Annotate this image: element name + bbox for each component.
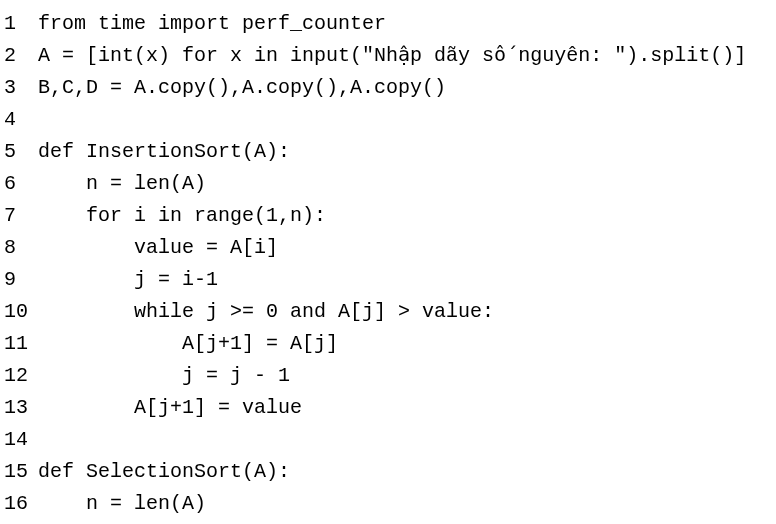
- code-line: 11 A[j+1] = A[j]: [4, 328, 772, 360]
- code-text: from time import perf_counter: [38, 8, 386, 40]
- code-text: n = len(A): [38, 488, 206, 520]
- code-text: j = i-1: [38, 264, 218, 296]
- code-text: A[j+1] = A[j]: [38, 328, 338, 360]
- code-text: def InsertionSort(A):: [38, 136, 290, 168]
- line-number: 10: [4, 296, 32, 328]
- code-editor: 1 from time import perf_counter 2 A = [i…: [4, 8, 772, 520]
- code-line: 10 while j >= 0 and A[j] > value:: [4, 296, 772, 328]
- code-line: 13 A[j+1] = value: [4, 392, 772, 424]
- line-number: 8: [4, 232, 32, 264]
- code-line: 9 j = i-1: [4, 264, 772, 296]
- line-number: 2: [4, 40, 32, 72]
- code-line: 3 B,C,D = A.copy(),A.copy(),A.copy(): [4, 72, 772, 104]
- line-number: 7: [4, 200, 32, 232]
- line-number: 4: [4, 104, 32, 136]
- code-text: for i in range(1,n):: [38, 200, 326, 232]
- line-number: 1: [4, 8, 32, 40]
- code-line: 4: [4, 104, 772, 136]
- line-number: 9: [4, 264, 32, 296]
- line-number: 3: [4, 72, 32, 104]
- code-line: 14: [4, 424, 772, 456]
- code-text: j = j - 1: [38, 360, 290, 392]
- code-text: A = [int(x) for x in input("Nhập dãy số …: [38, 40, 746, 72]
- code-text: B,C,D = A.copy(),A.copy(),A.copy(): [38, 72, 446, 104]
- code-text: n = len(A): [38, 168, 206, 200]
- code-line: 2 A = [int(x) for x in input("Nhập dãy s…: [4, 40, 772, 72]
- code-line: 15 def SelectionSort(A):: [4, 456, 772, 488]
- line-number: 16: [4, 488, 32, 520]
- line-number: 12: [4, 360, 32, 392]
- line-number: 5: [4, 136, 32, 168]
- code-line: 1 from time import perf_counter: [4, 8, 772, 40]
- line-number: 11: [4, 328, 32, 360]
- line-number: 13: [4, 392, 32, 424]
- code-line: 7 for i in range(1,n):: [4, 200, 772, 232]
- code-line: 8 value = A[i]: [4, 232, 772, 264]
- code-text: while j >= 0 and A[j] > value:: [38, 296, 494, 328]
- line-number: 14: [4, 424, 32, 456]
- code-line: 5 def InsertionSort(A):: [4, 136, 772, 168]
- code-text: def SelectionSort(A):: [38, 456, 290, 488]
- code-line: 16 n = len(A): [4, 488, 772, 520]
- line-number: 6: [4, 168, 32, 200]
- code-line: 6 n = len(A): [4, 168, 772, 200]
- line-number: 15: [4, 456, 32, 488]
- code-text: value = A[i]: [38, 232, 278, 264]
- code-line: 12 j = j - 1: [4, 360, 772, 392]
- code-text: A[j+1] = value: [38, 392, 302, 424]
